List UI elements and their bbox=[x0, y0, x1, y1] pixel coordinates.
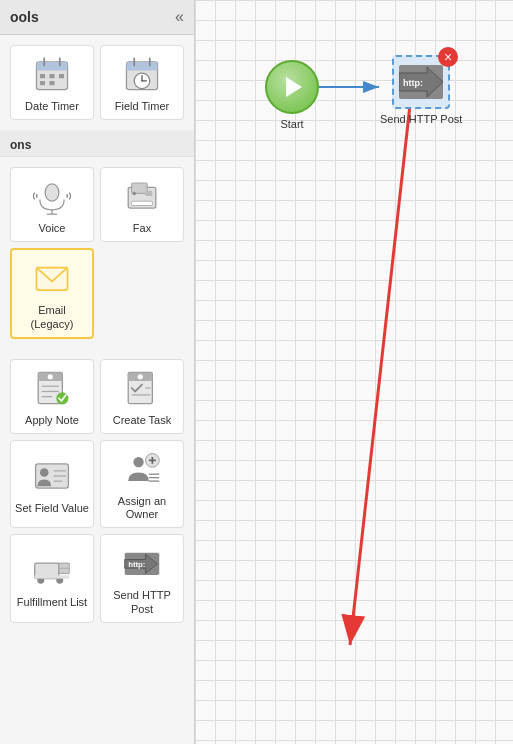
crm-section: Apply Note Create Task bbox=[0, 349, 194, 633]
svg-text:http:: http: bbox=[128, 561, 145, 570]
svg-rect-22 bbox=[145, 191, 152, 196]
tool-fulfillment-list[interactable]: Fulfillment List bbox=[10, 534, 94, 622]
tool-set-field-value[interactable]: Set Field Value bbox=[10, 440, 94, 528]
delete-node-button[interactable]: × bbox=[438, 47, 458, 67]
email-legacy-icon bbox=[30, 256, 74, 300]
fulfillment-list-label: Fulfillment List bbox=[17, 596, 87, 609]
collapse-button[interactable]: « bbox=[175, 8, 184, 26]
apply-note-label: Apply Note bbox=[25, 414, 79, 427]
fax-label: Fax bbox=[133, 222, 151, 235]
svg-point-42 bbox=[133, 457, 143, 467]
svg-point-38 bbox=[40, 468, 49, 477]
set-field-value-label: Set Field Value bbox=[15, 502, 89, 515]
tool-create-task[interactable]: Create Task bbox=[100, 359, 184, 434]
fax-icon bbox=[120, 174, 164, 218]
communications-section-label: ons bbox=[0, 130, 194, 157]
workflow-canvas: Start × http: Send HTTP Post bbox=[195, 0, 513, 744]
create-task-icon bbox=[120, 366, 164, 410]
http-post-node-label: Send HTTP Post bbox=[380, 113, 462, 125]
play-icon bbox=[286, 77, 302, 97]
field-timer-label: Field Timer bbox=[115, 100, 169, 113]
voice-icon bbox=[30, 174, 74, 218]
http-post-node-box: × http: bbox=[392, 55, 450, 109]
date-timer-icon bbox=[30, 52, 74, 96]
tool-email-legacy[interactable]: Email (Legacy) bbox=[10, 248, 94, 338]
tool-send-http-post[interactable]: http: Send HTTP Post bbox=[100, 534, 184, 622]
svg-rect-54 bbox=[35, 575, 70, 578]
svg-rect-5 bbox=[49, 74, 54, 78]
email-legacy-label: Email (Legacy) bbox=[16, 304, 88, 330]
svg-line-61 bbox=[350, 105, 410, 645]
tool-apply-note[interactable]: Apply Note bbox=[10, 359, 94, 434]
set-field-value-icon bbox=[30, 454, 74, 498]
http-arrow-icon: http: bbox=[399, 63, 443, 101]
assign-owner-label: Assign an Owner bbox=[105, 495, 179, 521]
tool-voice[interactable]: Voice bbox=[10, 167, 94, 242]
tool-date-timer[interactable]: Date Timer bbox=[10, 45, 94, 120]
http-post-node[interactable]: × http: Send HTTP Post bbox=[380, 55, 462, 125]
communications-section: Voice Fax Email bbox=[0, 157, 194, 349]
sidebar: ools « Date Timer bbox=[0, 0, 195, 744]
send-http-post-icon: http: bbox=[120, 541, 164, 585]
svg-rect-10 bbox=[126, 62, 157, 71]
svg-point-34 bbox=[138, 374, 143, 379]
canvas-arrows bbox=[195, 0, 513, 744]
svg-point-23 bbox=[133, 192, 136, 195]
voice-label: Voice bbox=[39, 222, 66, 235]
start-node[interactable]: Start bbox=[265, 60, 319, 130]
sidebar-title: ools bbox=[10, 9, 39, 25]
create-task-label: Create Task bbox=[113, 414, 172, 427]
svg-rect-8 bbox=[49, 81, 54, 85]
svg-rect-4 bbox=[40, 74, 45, 78]
sidebar-header: ools « bbox=[0, 0, 194, 35]
start-node-label: Start bbox=[280, 118, 303, 130]
svg-text:http:: http: bbox=[403, 78, 423, 88]
svg-rect-21 bbox=[132, 201, 153, 205]
tool-fax[interactable]: Fax bbox=[100, 167, 184, 242]
start-node-icon bbox=[265, 60, 319, 114]
fulfillment-list-icon bbox=[30, 548, 74, 592]
field-timer-icon bbox=[120, 52, 164, 96]
svg-point-27 bbox=[48, 374, 53, 379]
date-timer-label: Date Timer bbox=[25, 100, 79, 113]
assign-owner-icon bbox=[120, 447, 164, 491]
tool-assign-owner[interactable]: Assign an Owner bbox=[100, 440, 184, 528]
svg-rect-1 bbox=[36, 62, 67, 71]
svg-point-16 bbox=[45, 184, 59, 201]
apply-note-icon bbox=[30, 366, 74, 410]
tool-field-timer[interactable]: Field Timer bbox=[100, 45, 184, 120]
svg-rect-7 bbox=[40, 81, 45, 85]
timers-section: Date Timer Field Timer bbox=[0, 35, 194, 130]
send-http-post-label: Send HTTP Post bbox=[105, 589, 179, 615]
svg-rect-6 bbox=[59, 74, 64, 78]
